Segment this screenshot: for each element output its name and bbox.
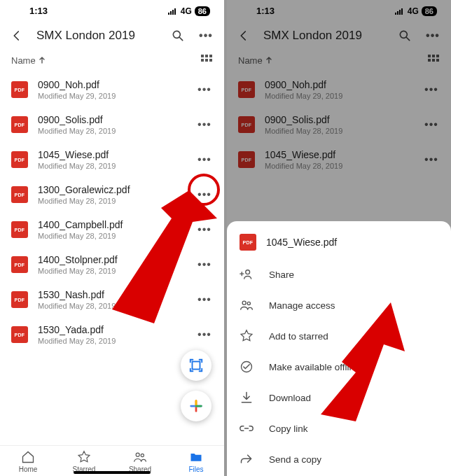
signal-icon bbox=[168, 8, 178, 15]
svg-rect-1 bbox=[170, 11, 172, 15]
sort-arrow-up-icon bbox=[39, 57, 46, 64]
file-meta: Modified May 28, 2019 bbox=[38, 302, 186, 310]
nav-files[interactable]: Files bbox=[175, 450, 217, 473]
file-name: 1400_Stolpner.pdf bbox=[38, 254, 186, 265]
nav-starred[interactable]: Starred bbox=[63, 450, 105, 473]
svg-point-33 bbox=[242, 301, 246, 304]
file-info: 1530_Nash.pdf Modified May 28, 2019 bbox=[38, 289, 186, 310]
file-row[interactable]: PDF 0900_Solis.pdf Modified May 28, 2019… bbox=[0, 107, 224, 142]
file-overflow-button[interactable]: ••• bbox=[196, 153, 213, 166]
file-name: 0900_Solis.pdf bbox=[38, 114, 186, 125]
file-row[interactable]: PDF 1400_Stolpner.pdf Modified May 28, 2… bbox=[0, 247, 224, 282]
file-info: 1045_Wiese.pdf Modified May 28, 2019 bbox=[38, 149, 186, 170]
sort-field-label: Name bbox=[11, 55, 36, 66]
file-meta: Modified May 29, 2019 bbox=[38, 92, 186, 100]
sheet-send-copy[interactable]: Send a copy bbox=[227, 444, 451, 475]
sheet-copy-link[interactable]: Copy link bbox=[227, 413, 451, 444]
folder-icon bbox=[189, 450, 203, 464]
file-row[interactable]: PDF 1045_Wiese.pdf Modified May 28, 2019… bbox=[0, 142, 224, 177]
file-info: 1300_Goralewicz.pdf Modified May 28, 201… bbox=[38, 184, 186, 205]
sheet-download-label: Download bbox=[269, 393, 311, 403]
svg-point-17 bbox=[136, 453, 139, 456]
file-list: PDF 0900_Noh.pdf Modified May 29, 2019 •… bbox=[0, 72, 224, 352]
nav-files-label: Files bbox=[188, 465, 203, 473]
sheet-share[interactable]: Share bbox=[227, 259, 451, 290]
svg-rect-11 bbox=[209, 59, 212, 62]
svg-line-5 bbox=[180, 38, 183, 41]
scan-fab[interactable] bbox=[181, 350, 211, 381]
pdf-icon: PDF bbox=[240, 234, 256, 251]
svg-rect-3 bbox=[174, 8, 176, 15]
battery-level: 86 bbox=[195, 6, 210, 16]
file-name: 1530_Nash.pdf bbox=[38, 289, 186, 300]
svg-rect-9 bbox=[201, 59, 204, 62]
back-button[interactable] bbox=[8, 27, 25, 44]
nav-shared[interactable]: Shared bbox=[119, 450, 161, 473]
file-overflow-button[interactable]: ••• bbox=[196, 293, 213, 306]
file-info: 1400_Stolpner.pdf Modified May 28, 2019 bbox=[38, 254, 186, 275]
link-icon bbox=[240, 421, 254, 435]
header-overflow-button[interactable]: ••• bbox=[197, 27, 214, 44]
sheet-copylink-label: Copy link bbox=[269, 424, 308, 434]
svg-rect-2 bbox=[172, 10, 174, 15]
file-name: 1300_Goralewicz.pdf bbox=[38, 184, 186, 195]
app-header: SMX London 2019 ••• bbox=[0, 19, 224, 50]
network-label: 4G bbox=[181, 6, 192, 16]
search-button[interactable] bbox=[169, 27, 186, 44]
view-toggle-grid-button[interactable] bbox=[200, 54, 213, 66]
pdf-icon: PDF bbox=[11, 291, 28, 308]
svg-rect-7 bbox=[205, 55, 208, 57]
status-right: 4G 86 bbox=[168, 6, 210, 16]
file-row[interactable]: PDF 0900_Noh.pdf Modified May 29, 2019 •… bbox=[0, 72, 224, 107]
sheet-share-label: Share bbox=[269, 270, 294, 280]
file-overflow-button[interactable]: ••• bbox=[196, 223, 213, 236]
sort-row: Name bbox=[0, 50, 224, 72]
file-overflow-button[interactable]: ••• bbox=[196, 118, 213, 131]
pdf-icon: PDF bbox=[11, 326, 28, 343]
file-info: 1530_Yada.pdf Modified May 28, 2019 bbox=[38, 324, 186, 345]
file-name: 1400_Campbell.pdf bbox=[38, 219, 186, 230]
pdf-icon: PDF bbox=[11, 186, 28, 203]
file-name: 1530_Yada.pdf bbox=[38, 324, 186, 335]
sheet-download[interactable]: Download bbox=[227, 382, 451, 413]
file-meta: Modified May 28, 2019 bbox=[38, 127, 186, 135]
sheet-add-starred[interactable]: Add to starred bbox=[227, 321, 451, 351]
file-row[interactable]: PDF 1530_Nash.pdf Modified May 28, 2019 … bbox=[0, 282, 224, 317]
pdf-icon: PDF bbox=[11, 151, 28, 168]
nav-home[interactable]: Home bbox=[7, 450, 49, 473]
svg-point-32 bbox=[246, 270, 250, 274]
people-icon bbox=[240, 298, 254, 312]
file-row[interactable]: PDF 1530_Yada.pdf Modified May 28, 2019 … bbox=[0, 317, 224, 352]
sheet-file-name: 1045_Wiese.pdf bbox=[266, 237, 337, 248]
people-icon bbox=[133, 450, 147, 464]
file-meta: Modified May 28, 2019 bbox=[38, 232, 186, 240]
pdf-icon: PDF bbox=[11, 256, 28, 273]
check-circle-icon bbox=[240, 360, 254, 374]
new-fab[interactable] bbox=[181, 391, 211, 421]
svg-rect-6 bbox=[201, 55, 204, 57]
person-add-icon bbox=[240, 267, 254, 281]
sort-button[interactable]: Name bbox=[11, 55, 46, 66]
file-overflow-button[interactable]: ••• bbox=[196, 328, 213, 341]
svg-point-4 bbox=[173, 31, 180, 38]
status-bar: 1:13 4G 86 bbox=[0, 0, 224, 19]
file-meta: Modified May 28, 2019 bbox=[38, 197, 186, 205]
svg-rect-12 bbox=[193, 362, 200, 370]
nav-home-label: Home bbox=[19, 465, 38, 473]
sheet-star-label: Add to starred bbox=[269, 331, 328, 342]
pdf-icon: PDF bbox=[11, 81, 28, 98]
svg-rect-8 bbox=[209, 55, 212, 57]
file-overflow-button[interactable]: ••• bbox=[196, 258, 213, 271]
sheet-manage-access[interactable]: Manage access bbox=[227, 290, 451, 321]
annotation-circle bbox=[188, 174, 220, 206]
file-row[interactable]: PDF 1400_Campbell.pdf Modified May 28, 2… bbox=[0, 212, 224, 247]
home-indicator bbox=[74, 471, 151, 474]
file-overflow-button[interactable]: ••• bbox=[196, 83, 213, 96]
pdf-icon: PDF bbox=[11, 116, 28, 133]
phone-left: 1:13 4G 86 SMX London 2019 ••• Name bbox=[0, 0, 224, 476]
svg-point-18 bbox=[141, 454, 144, 456]
sheet-offline[interactable]: Make available offline bbox=[227, 351, 451, 382]
file-meta: Modified May 28, 2019 bbox=[38, 267, 186, 275]
file-meta: Modified May 28, 2019 bbox=[38, 162, 186, 170]
svg-rect-10 bbox=[205, 59, 208, 62]
